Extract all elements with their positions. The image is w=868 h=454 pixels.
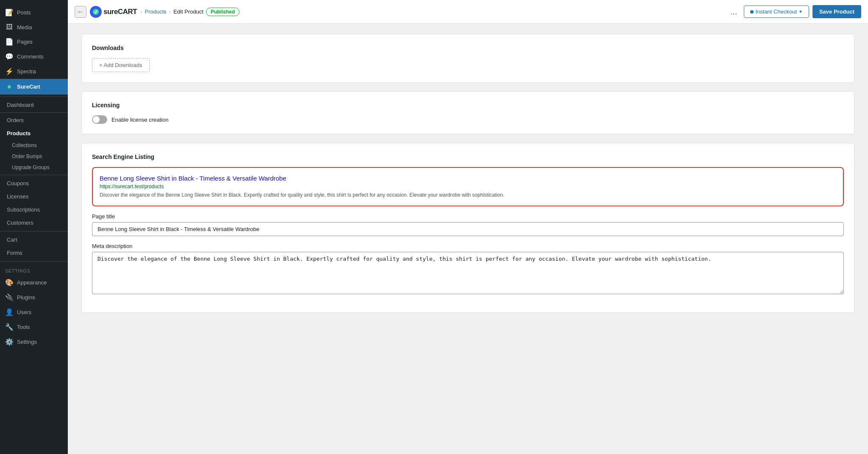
- sidebar-sub-upgrade-groups[interactable]: Upgrade Groups: [0, 162, 68, 173]
- sidebar-item-products[interactable]: Products: [0, 127, 68, 140]
- back-button[interactable]: ←: [75, 6, 86, 18]
- enable-license-label: Enable license creation: [111, 117, 168, 123]
- surecart-logo-area: sureCART: [90, 6, 137, 18]
- sidebar-item-appearance[interactable]: 🎨 Appearance: [0, 275, 68, 290]
- instant-checkout-dot: [750, 10, 754, 14]
- logo-text: sureCART: [103, 8, 137, 16]
- add-downloads-button[interactable]: + Add Downloads: [92, 58, 150, 72]
- sidebar-item-users[interactable]: 👤 Users: [0, 305, 68, 320]
- sidebar-item-surecart[interactable]: ● SureCart: [0, 79, 68, 95]
- sidebar-item-customers[interactable]: Customers: [0, 216, 68, 229]
- licensing-card: Licensing Enable license creation: [81, 91, 854, 134]
- seo-preview-wrapper: Benne Long Sleeve Shirt in Black - Timel…: [92, 167, 844, 206]
- page-title-group: Page title: [92, 213, 844, 236]
- meta-desc-textarea[interactable]: Discover the elegance of the Benne Long …: [92, 252, 844, 294]
- seo-preview-box: Benne Long Sleeve Shirt in Black - Timel…: [92, 167, 844, 206]
- breadcrumb: › Products › Edit Product Published: [140, 8, 239, 16]
- svg-point-0: [93, 9, 99, 15]
- pages-icon: 📄: [5, 38, 14, 46]
- settings-icon: ⚙️: [5, 338, 14, 346]
- downloads-title: Downloads: [92, 45, 844, 51]
- sidebar-item-dashboard[interactable]: Dashboard: [0, 98, 68, 111]
- sidebar-item-subscriptions[interactable]: Subscriptions: [0, 203, 68, 216]
- spectra-icon: ⚡: [5, 67, 14, 75]
- sidebar-item-cart[interactable]: Cart: [0, 233, 68, 246]
- sidebar-item-orders[interactable]: Orders: [0, 114, 68, 127]
- topbar: ← sureCART › Products › Edit Product Pub…: [68, 0, 868, 24]
- main-area: ← sureCART › Products › Edit Product Pub…: [68, 0, 868, 454]
- content-main: Downloads + Add Downloads Licensing Enab…: [81, 34, 854, 444]
- page-title-label: Page title: [92, 213, 844, 220]
- sidebar-item-coupons[interactable]: Coupons: [0, 177, 68, 190]
- sidebar-item-tools[interactable]: 🔧 Tools: [0, 320, 68, 334]
- sidebar-item-forms[interactable]: Forms: [0, 246, 68, 259]
- media-icon: 🖼: [5, 23, 14, 31]
- page-title-input[interactable]: [92, 222, 844, 236]
- instant-checkout-button[interactable]: Instant Checkout ▼: [744, 6, 809, 18]
- settings-section-label: Settings: [0, 263, 68, 275]
- meta-desc-group: Meta description Discover the elegance o…: [92, 243, 844, 295]
- seo-preview-desc: Discover the elegance of the Benne Long …: [100, 191, 836, 199]
- tools-icon: 🔧: [5, 323, 14, 331]
- seo-card: Search Engine Listing Benne Long Sleeve …: [81, 143, 854, 313]
- plugins-icon: 🔌: [5, 293, 14, 301]
- breadcrumb-edit: Edit Product: [173, 8, 203, 15]
- enable-license-toggle[interactable]: [92, 115, 107, 124]
- published-badge: Published: [206, 8, 239, 16]
- breadcrumb-products[interactable]: Products: [145, 8, 166, 15]
- sidebar-item-pages[interactable]: 📄 Pages: [0, 34, 68, 49]
- surecart-logo-icon: [90, 6, 102, 18]
- seo-title: Search Engine Listing: [92, 153, 844, 160]
- instant-checkout-chevron: ▼: [798, 9, 803, 14]
- surecart-icon: ●: [5, 82, 14, 91]
- license-toggle-row: Enable license creation: [92, 115, 844, 124]
- comments-icon: 💬: [5, 53, 14, 61]
- appearance-icon: 🎨: [5, 279, 14, 287]
- sidebar-sub-order-bumps[interactable]: Order Bumps: [0, 151, 68, 162]
- seo-preview-url: https://surecart.test/products: [100, 184, 836, 189]
- sidebar: 📝 Posts 🖼 Media 📄 Pages 💬 Comments ⚡ Spe…: [0, 0, 68, 454]
- downloads-card: Downloads + Add Downloads: [81, 34, 854, 83]
- breadcrumb-sep1: ›: [140, 8, 142, 15]
- sidebar-item-media[interactable]: 🖼 Media: [0, 20, 68, 34]
- posts-icon: 📝: [5, 8, 14, 17]
- breadcrumb-sep2: ›: [169, 8, 171, 15]
- content-area: Downloads + Add Downloads Licensing Enab…: [68, 24, 868, 454]
- meta-desc-label: Meta description: [92, 243, 844, 249]
- sidebar-item-settings[interactable]: ⚙️ Settings: [0, 334, 68, 349]
- seo-preview-title[interactable]: Benne Long Sleeve Shirt in Black - Timel…: [100, 175, 836, 182]
- sidebar-item-spectra[interactable]: ⚡ Spectra: [0, 64, 68, 79]
- sidebar-item-posts[interactable]: 📝 Posts: [0, 5, 68, 20]
- save-product-button[interactable]: Save Product: [812, 5, 861, 18]
- licensing-title: Licensing: [92, 102, 844, 109]
- sidebar-item-licenses[interactable]: Licenses: [0, 190, 68, 203]
- more-options-button[interactable]: ...: [727, 5, 741, 18]
- sidebar-sub-collections[interactable]: Collections: [0, 140, 68, 151]
- sidebar-item-comments[interactable]: 💬 Comments: [0, 49, 68, 64]
- sidebar-item-plugins[interactable]: 🔌 Plugins: [0, 290, 68, 305]
- users-icon: 👤: [5, 308, 14, 316]
